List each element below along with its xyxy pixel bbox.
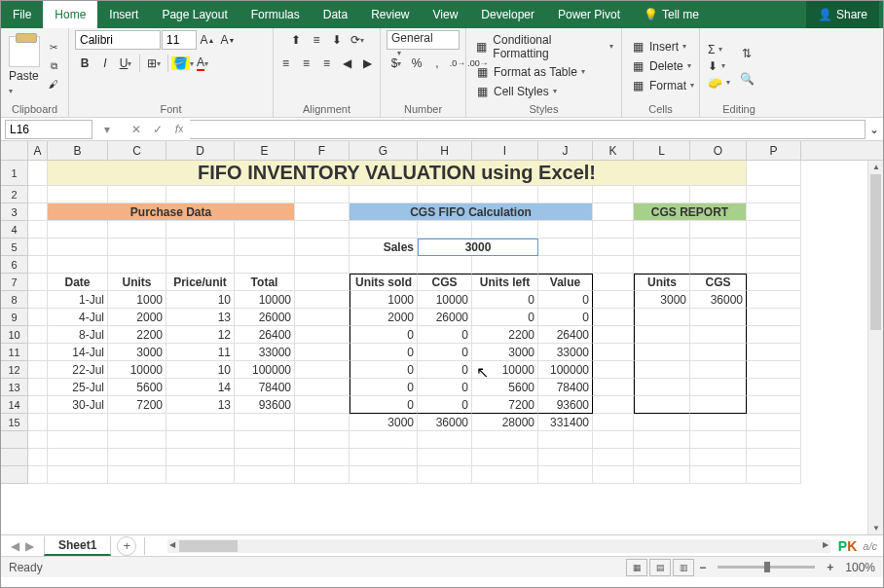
cell[interactable] [28,361,48,379]
cell[interactable]: 10000 [472,361,538,379]
cell[interactable] [747,309,801,326]
cell[interactable]: 12 [166,326,235,344]
cell[interactable]: 100000 [235,361,295,379]
cell[interactable]: 78400 [538,379,593,396]
cell[interactable] [48,186,108,203]
cell[interactable] [28,344,48,361]
sort-filter-button[interactable]: ⇅ [734,44,759,63]
cell[interactable] [747,203,801,221]
cell[interactable] [690,326,747,344]
cell[interactable] [295,239,350,256]
cell[interactable] [166,186,235,203]
cell[interactable] [690,396,747,414]
purchase-header[interactable]: Purchase Data [48,203,295,221]
cell[interactable] [690,344,747,361]
cell[interactable] [472,466,538,484]
cell[interactable] [634,361,690,379]
cell[interactable] [634,256,690,274]
underline-button[interactable]: U▾ [116,54,135,73]
horizontal-scrollbar[interactable]: ◀ ▶ [167,539,829,553]
cell[interactable] [634,379,690,396]
zoom-in-button[interactable]: + [823,561,837,574]
cell[interactable] [593,239,634,256]
cell[interactable] [472,449,538,466]
cell[interactable]: Price/unit [166,274,235,291]
align-bottom-button[interactable]: ⬇ [327,30,347,50]
cell[interactable] [690,466,747,484]
col-header-C[interactable]: C [108,141,166,160]
cell[interactable]: Units [108,274,166,291]
h-scrollbar-thumb[interactable] [179,540,238,552]
cell[interactable]: 10000 [418,291,472,309]
cell[interactable] [538,221,593,239]
page-layout-view-button[interactable]: ▤ [649,559,671,576]
cell[interactable]: 30-Jul [48,396,108,414]
cell[interactable] [28,256,48,274]
cell[interactable] [28,291,48,309]
cell[interactable] [28,221,48,239]
cell[interactable] [593,344,634,361]
orientation-button[interactable]: ⟳▾ [348,30,367,50]
cell[interactable] [690,431,747,449]
cell[interactable] [747,414,801,431]
cell[interactable] [593,186,634,203]
cell[interactable] [634,326,690,344]
cell[interactable] [48,414,108,431]
cell[interactable]: 5600 [108,379,166,396]
align-left-button[interactable]: ≡ [276,54,296,73]
cell[interactable] [747,186,801,203]
cell[interactable] [28,161,48,186]
col-header-D[interactable]: D [166,141,235,160]
cell[interactable]: 0 [350,396,418,414]
cell[interactable]: 26400 [235,326,295,344]
normal-view-button[interactable]: ▦ [626,559,647,576]
cell[interactable] [350,186,418,203]
cell[interactable]: CGS [690,274,747,291]
cell[interactable] [166,221,235,239]
cell[interactable] [634,239,690,256]
name-box[interactable] [5,120,92,139]
cell[interactable] [634,414,690,431]
tab-home[interactable]: Home [43,1,97,28]
cell[interactable] [350,466,418,484]
cell[interactable] [747,274,801,291]
col-header-P[interactable]: P [747,141,801,160]
row-header-10[interactable]: 10 [1,326,28,344]
cell[interactable] [538,466,593,484]
italic-button[interactable]: I [95,54,115,73]
cell[interactable] [747,431,801,449]
tab-data[interactable]: Data [312,1,359,28]
percent-format-button[interactable]: % [407,54,426,73]
cell[interactable]: 0 [538,291,593,309]
cell[interactable] [538,186,593,203]
cell[interactable] [472,186,538,203]
cell[interactable] [418,431,472,449]
col-header-I[interactable]: I [472,141,538,160]
cell[interactable] [166,466,235,484]
cell[interactable] [747,326,801,344]
cell[interactable]: 10 [166,291,235,309]
row-header-[interactable] [1,466,28,484]
tab-view[interactable]: View [422,1,470,28]
name-box-dropdown[interactable]: ▾ [96,119,118,140]
cell[interactable] [690,186,747,203]
cell[interactable] [747,256,801,274]
increase-indent-button[interactable]: ▶ [358,54,378,73]
cell[interactable] [747,396,801,414]
fill-color-button[interactable]: 🪣▾ [172,54,192,73]
expand-formula-bar[interactable]: ⌄ [866,123,883,136]
cell[interactable]: 1-Jul [48,291,108,309]
tab-review[interactable]: Review [359,1,421,28]
row-header-4[interactable]: 4 [1,221,28,239]
sheet-tab-1[interactable]: Sheet1 [44,536,111,556]
cell[interactable] [28,239,48,256]
cell[interactable] [295,431,350,449]
cell[interactable] [634,221,690,239]
cell[interactable] [28,309,48,326]
cell[interactable]: Value [538,274,593,291]
cell[interactable] [48,239,108,256]
cell[interactable]: 4-Jul [48,309,108,326]
col-header-G[interactable]: G [350,141,418,160]
cell[interactable] [418,221,472,239]
cell[interactable] [235,239,295,256]
